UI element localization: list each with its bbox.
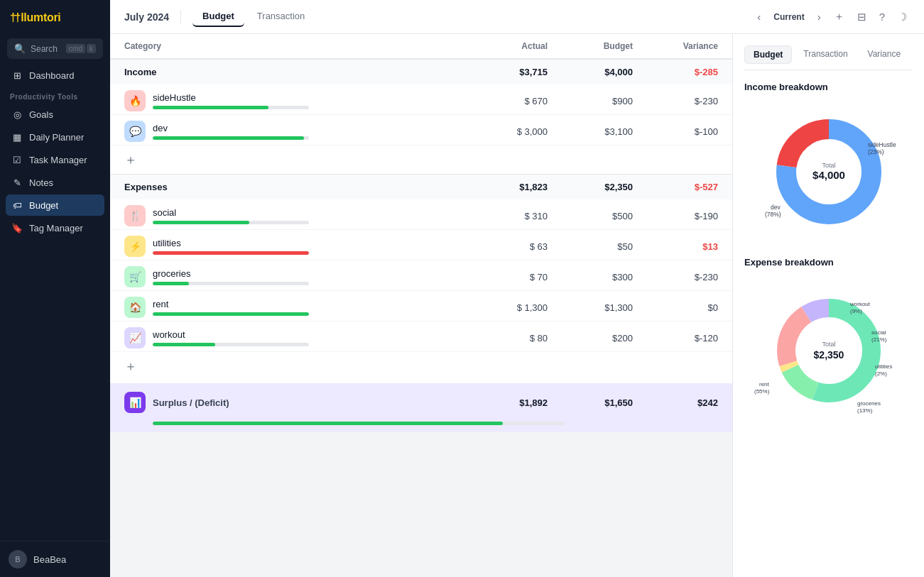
right-tab-variance[interactable]: Variance bbox=[859, 45, 909, 64]
sidehustle-variance: $-230 bbox=[633, 96, 718, 106]
next-button[interactable]: › bbox=[815, 8, 824, 26]
rent-variance: $0 bbox=[633, 302, 718, 313]
tag-icon: 🔖 bbox=[11, 222, 23, 233]
workout-pct: (9%) bbox=[850, 308, 862, 314]
income-section-row: Income $3,715 $4,000 $-285 bbox=[110, 59, 732, 84]
utilities-pct: (2%) bbox=[875, 370, 887, 377]
groceries-name-col: groceries bbox=[153, 268, 309, 285]
surplus-section: 📊 Surplus / (Deficit) $1,892 $1,650 $242 bbox=[110, 383, 732, 432]
groceries-progress-bar bbox=[153, 282, 189, 285]
right-tab-budget[interactable]: Budget bbox=[744, 45, 792, 64]
search-bar[interactable]: 🔍 Search cmdk bbox=[7, 38, 103, 59]
sidehustle-progress-bar bbox=[153, 106, 268, 109]
expense-total-value: $2,350 bbox=[813, 349, 844, 361]
groceries-legend: groceries bbox=[857, 400, 881, 407]
sidebar-item-goals[interactable]: ◎ Goals bbox=[6, 104, 104, 125]
rent-pct: (55%) bbox=[754, 388, 770, 395]
sidehustle-actual: $ 670 bbox=[462, 96, 548, 106]
workout-variance: $-120 bbox=[633, 333, 718, 344]
income-total-value: $4,000 bbox=[812, 169, 845, 181]
utilities-budget: $50 bbox=[548, 241, 633, 252]
social-variance: $-190 bbox=[633, 211, 718, 221]
col-variance: Variance bbox=[633, 41, 718, 51]
expense-donut-svg: Total $2,350 workout (9%) social (21%) u… bbox=[751, 276, 907, 425]
workout-name-col: workout bbox=[153, 329, 309, 346]
topbar-divider bbox=[180, 10, 181, 24]
table-row: 🏠 rent $ 1,300 $1,300 $0 bbox=[110, 291, 732, 322]
surplus-label: Surplus / (Deficit) bbox=[153, 397, 229, 408]
item-info-dev: 💬 dev bbox=[124, 121, 462, 142]
search-label: Search bbox=[31, 44, 61, 54]
groceries-actual: $ 70 bbox=[462, 272, 548, 282]
sidebar-item-daily-planner[interactable]: ▦ Daily Planner bbox=[6, 126, 104, 148]
add-income-button[interactable]: ＋ bbox=[110, 145, 732, 174]
item-info-sidehustle: 🔥 sideHustle bbox=[124, 90, 462, 111]
add-button[interactable]: ＋ bbox=[831, 7, 847, 26]
prev-button[interactable]: ‹ bbox=[754, 8, 763, 26]
budget-icon: 🏷 bbox=[11, 199, 23, 211]
surplus-variance: $242 bbox=[633, 397, 718, 408]
main-area: July 2024 Budget Transaction ‹ Current ›… bbox=[110, 0, 924, 577]
social-icon: 🍴 bbox=[124, 205, 146, 226]
utilities-icon: ⚡ bbox=[124, 236, 146, 257]
workout-progress-bar bbox=[153, 343, 215, 346]
social-name: social bbox=[153, 207, 309, 218]
help-button[interactable]: ? bbox=[876, 8, 888, 26]
topbar: July 2024 Budget Transaction ‹ Current ›… bbox=[110, 0, 924, 34]
expenses-budget: $2,350 bbox=[548, 182, 633, 192]
calendar-icon: ▦ bbox=[11, 131, 23, 143]
sidebar-item-label: Daily Planner bbox=[29, 132, 84, 143]
surplus-budget: $1,650 bbox=[548, 397, 633, 408]
columns-button[interactable]: ⊟ bbox=[854, 8, 869, 26]
sidehustle-name-col: sideHustle bbox=[153, 92, 309, 109]
surplus-progress-area bbox=[110, 422, 732, 432]
sidebar-item-label: Task Manager bbox=[29, 155, 87, 165]
table-row: 🔥 sideHustle $ 670 $900 $-230 bbox=[110, 84, 732, 115]
item-info-rent: 🏠 rent bbox=[124, 297, 462, 318]
rent-progress-container bbox=[153, 312, 309, 316]
expense-breakdown-title: Expense breakdown bbox=[744, 257, 913, 268]
rent-name-col: rent bbox=[153, 299, 309, 316]
current-button[interactable]: Current bbox=[771, 9, 807, 25]
budget-table-area: Category Actual Budget Variance Income $… bbox=[110, 34, 732, 577]
expense-total-label: Total bbox=[822, 341, 835, 348]
sidehustle-budget: $900 bbox=[548, 96, 633, 106]
table-row: 🛒 groceries $ 70 $300 $-230 bbox=[110, 260, 732, 291]
right-tab-transaction[interactable]: Transaction bbox=[795, 45, 856, 64]
dev-name: dev bbox=[153, 123, 309, 133]
dark-mode-button[interactable]: ☽ bbox=[895, 8, 910, 26]
sidebar-item-tag-manager[interactable]: 🔖 Tag Manager bbox=[6, 217, 104, 238]
social-progress-bar bbox=[153, 221, 249, 224]
social-actual: $ 310 bbox=[462, 211, 548, 221]
expenses-actual: $1,823 bbox=[462, 182, 548, 192]
income-donut-svg: Total $4,000 sideHustle (23%) dev (78%) bbox=[758, 104, 900, 239]
sidebar-item-notes[interactable]: ✎ Notes bbox=[6, 172, 104, 193]
rent-budget: $1,300 bbox=[548, 302, 633, 313]
sidebar-item-dashboard[interactable]: ⊞ Dashboard bbox=[6, 65, 104, 86]
right-panel: Budget Transaction Variance Income break… bbox=[732, 34, 924, 577]
rent-actual: $ 1,300 bbox=[462, 302, 548, 313]
sidebar-item-budget[interactable]: 🏷 Budget bbox=[6, 194, 104, 216]
surplus-progress-bar bbox=[153, 422, 503, 425]
rent-name: rent bbox=[153, 299, 309, 309]
income-breakdown-title: Income breakdown bbox=[744, 82, 913, 92]
utilities-progress-container bbox=[153, 251, 309, 255]
dev-icon: 💬 bbox=[124, 121, 146, 142]
check-square-icon: ☑ bbox=[11, 154, 23, 165]
dev-name-col: dev bbox=[153, 123, 309, 140]
table-row: ⚡ utilities $ 63 $50 $13 bbox=[110, 230, 732, 260]
tab-transaction[interactable]: Transaction bbox=[247, 6, 315, 27]
income-label: Income bbox=[124, 67, 462, 77]
tab-budget[interactable]: Budget bbox=[192, 6, 244, 27]
dev-progress-bar bbox=[153, 136, 304, 140]
utilities-actual: $ 63 bbox=[462, 241, 548, 252]
sidebar-item-task-manager[interactable]: ☑ Task Manager bbox=[6, 149, 104, 170]
utilities-legend: utilities bbox=[875, 363, 892, 370]
social-budget: $500 bbox=[548, 211, 633, 221]
dev-budget: $3,100 bbox=[548, 126, 633, 137]
workout-name: workout bbox=[153, 329, 309, 340]
workout-budget: $200 bbox=[548, 333, 633, 344]
groceries-name: groceries bbox=[153, 268, 309, 279]
expenses-variance: $-527 bbox=[633, 182, 718, 192]
add-expense-button[interactable]: ＋ bbox=[110, 352, 732, 380]
